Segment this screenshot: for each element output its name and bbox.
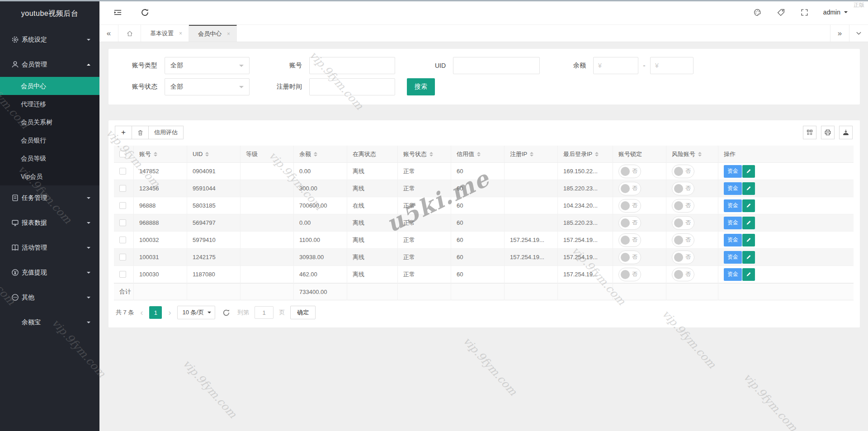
sort-icon[interactable] (698, 152, 702, 156)
edit-button[interactable] (742, 251, 755, 264)
refresh-icon[interactable] (137, 4, 153, 20)
edit-button[interactable] (742, 217, 755, 229)
sidebar-item-report-data[interactable]: 报表数据 (0, 210, 99, 235)
sort-icon[interactable] (205, 152, 209, 156)
sort-icon[interactable] (429, 152, 433, 156)
header-balance[interactable]: 余额 (294, 146, 347, 163)
sort-icon[interactable] (154, 152, 157, 156)
tabs-scroll-left-icon[interactable]: « (99, 25, 118, 42)
per-page-select[interactable]: 10 条/页 (177, 306, 215, 319)
sort-icon[interactable] (314, 152, 317, 156)
tabs-menu-icon[interactable] (849, 25, 868, 42)
sidebar-item-activity-management[interactable]: 活动管理 (0, 235, 99, 260)
row-checkbox[interactable] (119, 185, 126, 192)
sort-icon[interactable] (595, 152, 599, 156)
add-button[interactable]: + (115, 126, 132, 139)
goto-confirm-button[interactable]: 确定 (290, 306, 316, 319)
sidebar-item-task-management[interactable]: 任务管理 (0, 185, 99, 210)
user-menu[interactable]: admin (823, 9, 848, 16)
account-status-select[interactable]: 全部 (165, 78, 250, 95)
table-refresh-icon[interactable] (222, 309, 230, 317)
export-button[interactable] (839, 126, 853, 139)
sidebar-item-member-bank[interactable]: 会员银行 (0, 131, 99, 149)
lock-toggle[interactable]: 否 (618, 216, 641, 230)
fund-button[interactable]: 资金 (724, 165, 742, 178)
fund-button[interactable]: 资金 (724, 182, 742, 195)
row-checkbox[interactable] (119, 168, 126, 175)
header-reg-ip[interactable]: 注册IP (505, 146, 558, 163)
row-checkbox[interactable] (119, 254, 126, 260)
sidebar-item-vip-member[interactable]: Vip会员 (0, 167, 99, 185)
sidebar-item-recharge-withdraw[interactable]: 充值提现 (0, 260, 99, 285)
balance-max-input[interactable] (650, 57, 693, 74)
edit-button[interactable] (742, 165, 755, 178)
lock-toggle[interactable]: 否 (618, 182, 641, 195)
lock-toggle[interactable]: 否 (618, 268, 641, 281)
theme-palette-icon[interactable] (753, 7, 763, 17)
uid-input[interactable] (453, 57, 540, 74)
sidebar-item-member-center[interactable]: 会员中心 (0, 77, 99, 95)
row-checkbox[interactable] (119, 271, 126, 278)
sidebar-item-member-management[interactable]: 会员管理 (0, 52, 99, 77)
credit-eval-button[interactable]: 信用评估 (148, 126, 184, 139)
risk-toggle[interactable]: 否 (672, 216, 694, 230)
tab-basic-settings[interactable]: 基本设置 × (141, 25, 189, 42)
sidebar-item-other[interactable]: 其他 (0, 285, 99, 310)
sort-icon[interactable] (530, 152, 533, 156)
sidebar-item-system-settings[interactable]: 系统设定 (0, 27, 99, 52)
row-checkbox[interactable] (119, 219, 126, 226)
search-button[interactable]: 搜索 (407, 78, 435, 95)
fund-button[interactable]: 资金 (724, 234, 742, 246)
risk-toggle[interactable]: 否 (672, 251, 694, 264)
goto-page-input[interactable] (255, 306, 274, 319)
tabs-scroll-right-icon[interactable]: » (830, 25, 849, 42)
edit-button[interactable] (742, 182, 755, 195)
risk-toggle[interactable]: 否 (672, 165, 694, 178)
sidebar-item-member-level[interactable]: 会员等级 (0, 149, 99, 167)
header-credit[interactable]: 信用值 (451, 146, 505, 163)
columns-filter-button[interactable] (803, 126, 816, 139)
account-type-select[interactable]: 全部 (165, 57, 250, 74)
header-uid[interactable]: UID (187, 146, 241, 163)
fullscreen-icon[interactable] (800, 7, 810, 17)
header-account[interactable]: 账号 (134, 146, 187, 163)
print-button[interactable] (821, 126, 835, 139)
risk-toggle[interactable]: 否 (672, 199, 694, 213)
prev-page-icon[interactable]: ‹ (139, 308, 144, 317)
fund-button[interactable]: 资金 (724, 217, 742, 229)
balance-min-input[interactable] (593, 57, 638, 74)
next-page-icon[interactable]: › (167, 308, 172, 317)
risk-toggle[interactable]: 否 (672, 233, 694, 247)
fund-button[interactable]: 资金 (724, 199, 742, 212)
select-all-checkbox[interactable] (119, 151, 126, 157)
lock-toggle[interactable]: 否 (618, 251, 641, 264)
sidebar-item-agent-migration[interactable]: 代理迁移 (0, 95, 99, 113)
tab-member-center[interactable]: 会员中心 × (189, 25, 237, 42)
account-input[interactable] (309, 57, 395, 74)
close-icon[interactable]: × (227, 31, 230, 37)
row-checkbox[interactable] (119, 202, 126, 209)
close-icon[interactable]: × (179, 30, 182, 37)
fund-button[interactable]: 资金 (724, 268, 742, 281)
header-account-status[interactable]: 账号状态 (398, 146, 451, 163)
fund-button[interactable]: 资金 (724, 251, 742, 264)
sidebar-item-member-tree[interactable]: 会员关系树 (0, 113, 99, 131)
page-number-button[interactable]: 1 (149, 306, 162, 319)
edit-button[interactable] (742, 268, 755, 281)
reg-time-input[interactable] (309, 78, 395, 95)
lock-toggle[interactable]: 否 (618, 165, 641, 178)
header-last-login-ip[interactable]: 最后登录IP (558, 146, 613, 163)
sidebar-item-yuebao[interactable]: 余额宝 (0, 310, 99, 335)
edit-button[interactable] (742, 234, 755, 246)
collapse-sidebar-icon[interactable] (109, 4, 126, 20)
home-tab-icon[interactable] (118, 25, 141, 42)
lock-toggle[interactable]: 否 (618, 233, 641, 247)
edit-button[interactable] (742, 199, 755, 212)
row-checkbox[interactable] (119, 237, 126, 243)
lock-toggle[interactable]: 否 (618, 199, 641, 213)
risk-toggle[interactable]: 否 (672, 268, 694, 281)
tag-icon[interactable] (776, 7, 786, 17)
risk-toggle[interactable]: 否 (672, 182, 694, 195)
delete-button[interactable] (132, 126, 149, 139)
sort-icon[interactable] (477, 152, 481, 156)
